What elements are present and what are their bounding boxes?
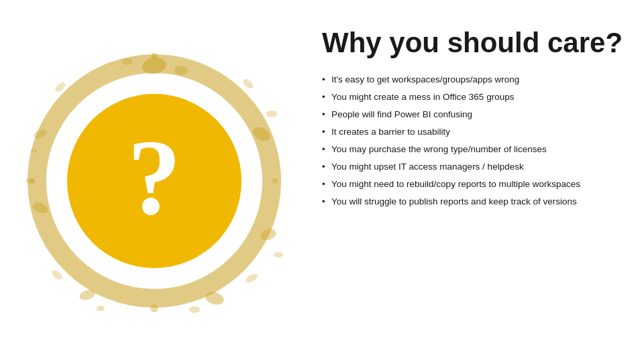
svg-point-7 [274,252,283,257]
svg-point-9 [189,306,200,313]
bullet-item: You might need to rebuild/copy reports t… [322,178,624,191]
bullet-item: People will find Power BI confusing [322,109,624,121]
bullet-item: It's easy to get workspaces/groups/apps … [322,74,624,86]
bullet-item: You may purchase the wrong type/number o… [322,143,624,156]
svg-point-11 [97,306,105,311]
svg-point-20 [241,77,255,90]
bullet-item: You will struggle to publish reports and… [322,196,624,208]
svg-point-5 [266,111,277,117]
svg-point-18 [150,304,158,312]
bullet-list: It's easy to get workspaces/groups/apps … [322,74,624,213]
svg-point-3 [122,58,133,65]
page-title: Why you should care? [322,27,624,59]
svg-point-22 [50,268,64,281]
bullet-item: You might upset IT access managers / hel… [322,161,624,174]
bullet-item: It creates a barrier to usability [322,126,624,139]
svg-point-23 [244,272,259,285]
left-panel: ? [0,0,309,362]
bullet-item: You might create a mess in Office 365 gr… [322,91,624,104]
svg-point-16 [151,53,158,60]
question-circle: ? [67,94,241,268]
svg-point-15 [30,149,37,153]
question-mark-symbol: ? [127,124,181,231]
right-panel: Why you should care? It's easy to get wo… [309,0,644,362]
svg-point-2 [174,66,188,75]
svg-point-17 [272,178,278,184]
svg-point-19 [30,178,35,184]
